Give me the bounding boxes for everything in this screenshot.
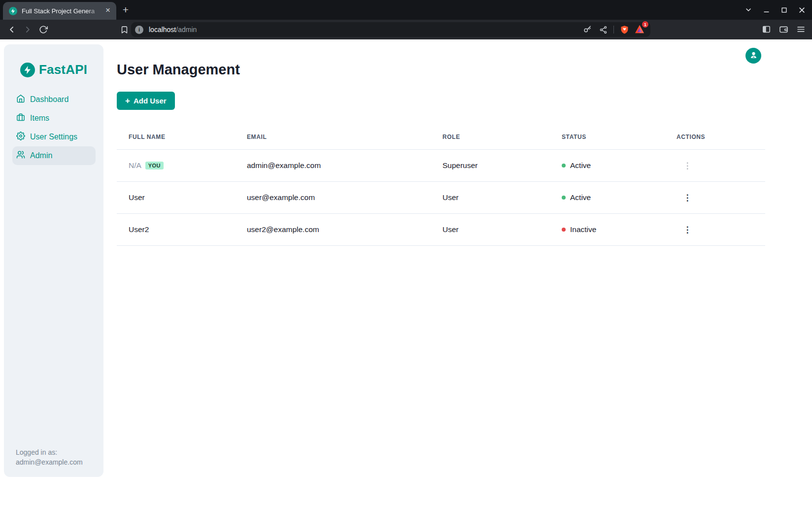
table-row: User user@example.com User Active ⋮ <box>117 182 765 214</box>
add-user-label: Add User <box>134 97 167 105</box>
main-content: User Management + Add User FULL NAME EMA… <box>117 39 765 246</box>
window-controls <box>743 3 807 17</box>
sidebar-item-user-settings[interactable]: User Settings <box>12 128 96 146</box>
site-info-icon[interactable]: i <box>135 26 143 34</box>
toolbar-divider <box>613 26 614 34</box>
briefcase-icon <box>16 113 25 124</box>
cell-email: user@example.com <box>235 193 431 202</box>
fastapi-logo: FastAPI <box>4 62 103 77</box>
logged-in-email: admin@example.com <box>16 457 83 467</box>
sidebar-item-dashboard[interactable]: Dashboard <box>12 90 96 109</box>
cell-actions: ⋮ <box>665 223 765 236</box>
fastapi-favicon-icon <box>9 7 17 15</box>
status-value: Active <box>570 193 591 202</box>
column-header-role: ROLE <box>431 134 550 140</box>
full-name-value: N/A <box>129 161 141 170</box>
column-header-status: STATUS <box>550 134 665 140</box>
rewards-badge: 1 <box>642 21 648 28</box>
you-badge: YOU <box>145 162 164 169</box>
cell-actions: ⋮ <box>665 159 765 172</box>
tab-search-chevron-icon[interactable] <box>743 4 754 15</box>
page-content: FastAPI Dashboard Items User Settings <box>0 39 812 505</box>
fastapi-logo-icon <box>20 63 35 77</box>
url-path: /admin <box>176 26 197 34</box>
sidebar-item-items[interactable]: Items <box>12 109 96 128</box>
forward-icon[interactable] <box>22 24 34 35</box>
url-host: localhost <box>149 26 176 34</box>
cell-full-name: N/A YOU <box>117 161 235 170</box>
cell-actions: ⋮ <box>665 191 765 204</box>
home-icon <box>16 94 25 105</box>
table-row: N/A YOU admin@example.com Superuser Acti… <box>117 150 765 182</box>
users-table: FULL NAME EMAIL ROLE STATUS ACTIONS N/A … <box>117 124 765 246</box>
cell-role: User <box>431 193 550 202</box>
reload-icon[interactable] <box>37 24 49 35</box>
fastapi-logo-text: FastAPI <box>39 62 87 77</box>
row-actions-kebab-icon[interactable]: ⋮ <box>680 159 694 172</box>
browser-tab[interactable]: Full Stack Project Genera × <box>3 2 116 20</box>
cell-status: Active <box>550 161 665 170</box>
key-icon[interactable] <box>583 25 593 34</box>
brave-rewards-icon[interactable]: 1 <box>635 25 645 34</box>
back-icon[interactable] <box>6 24 18 35</box>
status-value: Inactive <box>570 225 596 234</box>
share-icon[interactable] <box>598 25 608 34</box>
brave-shield-icon[interactable] <box>619 25 629 34</box>
toolbar-right-icons <box>761 24 806 34</box>
sidebar: FastAPI Dashboard Items User Settings <box>4 44 103 477</box>
sidebar-item-label: User Settings <box>30 133 77 141</box>
menu-icon[interactable] <box>795 24 806 34</box>
minimize-icon[interactable] <box>761 4 772 15</box>
cell-role: User <box>431 225 550 234</box>
sidebar-footer: Logged in as: admin@example.com <box>16 447 83 467</box>
browser-tabstrip: Full Stack Project Genera × + <box>0 0 812 20</box>
add-user-button[interactable]: + Add User <box>117 92 175 110</box>
gear-icon <box>16 132 25 142</box>
tab-title: Full Stack Project Genera <box>22 7 103 15</box>
row-actions-kebab-icon[interactable]: ⋮ <box>680 223 694 236</box>
cell-status: Inactive <box>550 225 665 234</box>
cell-status: Active <box>550 193 665 202</box>
row-actions-kebab-icon[interactable]: ⋮ <box>680 191 694 204</box>
logged-in-label: Logged in as: <box>16 447 83 457</box>
status-dot <box>562 228 566 232</box>
page-title: User Management <box>117 62 765 78</box>
cell-email: user2@example.com <box>235 225 431 234</box>
tab-close-icon[interactable]: × <box>103 6 112 15</box>
cell-full-name: User <box>117 193 235 202</box>
plus-icon: + <box>125 96 130 106</box>
status-dot <box>562 164 566 168</box>
sidebar-item-label: Admin <box>30 151 52 160</box>
table-row: User2 user2@example.com User Inactive ⋮ <box>117 214 765 246</box>
table-header-row: FULL NAME EMAIL ROLE STATUS ACTIONS <box>117 124 765 150</box>
column-header-actions: ACTIONS <box>665 134 765 140</box>
cell-email: admin@example.com <box>235 161 431 170</box>
status-value: Active <box>570 161 591 170</box>
bookmark-icon[interactable] <box>118 24 130 35</box>
cell-full-name: User2 <box>117 225 235 234</box>
sidebar-item-label: Dashboard <box>30 95 68 104</box>
cell-role: Superuser <box>431 161 550 170</box>
side-panel-icon[interactable] <box>761 24 772 34</box>
sidebar-item-label: Items <box>30 114 49 123</box>
new-tab-button[interactable]: + <box>120 4 132 16</box>
sidebar-item-admin[interactable]: Admin <box>12 146 96 165</box>
maximize-icon[interactable] <box>778 4 789 15</box>
address-bar[interactable]: i localhost/admin 1 <box>131 22 650 37</box>
wallet-icon[interactable] <box>778 24 789 34</box>
users-icon <box>16 150 25 161</box>
column-header-email: EMAIL <box>235 134 431 140</box>
close-window-icon[interactable] <box>796 4 807 15</box>
sidebar-nav: Dashboard Items User Settings Admin <box>4 90 103 165</box>
status-dot <box>562 196 566 200</box>
column-header-full-name: FULL NAME <box>117 134 235 140</box>
